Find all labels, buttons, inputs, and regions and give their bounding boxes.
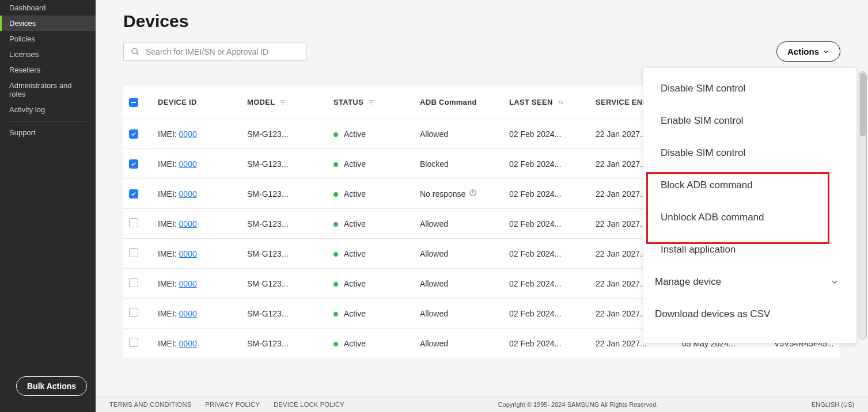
svg-point-0 <box>132 48 137 54</box>
svg-rect-2 <box>131 102 136 103</box>
device-id-cell: IMEI: 0000 <box>158 249 247 258</box>
last-seen-cell: 02 Feb 2024... <box>509 309 596 318</box>
model-cell: SM-G123... <box>247 279 333 288</box>
actions-button-label: Actions <box>787 47 819 56</box>
sort-icon[interactable] <box>558 99 564 106</box>
status-dot-icon <box>333 132 338 137</box>
imei-link[interactable]: 0000 <box>179 339 197 348</box>
info-icon[interactable] <box>469 189 477 197</box>
status-dot-icon <box>333 342 338 346</box>
col-last-seen[interactable]: LAST SEEN <box>509 98 596 106</box>
status-cell: Active <box>333 339 420 348</box>
model-cell: SM-G123... <box>247 129 333 139</box>
footer-privacy[interactable]: PRIVACY POLICY <box>205 401 260 408</box>
footer-copyright: Copyright © 1995- 2024 SAMSUNG All Right… <box>498 401 658 408</box>
col-status[interactable]: STATUS <box>333 98 420 106</box>
sidebar: Dashboard Devices Policies Licenses Rese… <box>0 0 96 412</box>
row-checkbox[interactable] <box>129 129 138 139</box>
row-checkbox[interactable] <box>129 248 138 257</box>
search-icon <box>131 47 140 56</box>
last-seen-cell: 02 Feb 2024... <box>509 189 596 199</box>
adb-cell: No response <box>420 189 509 199</box>
sidebar-item-dashboard[interactable]: Dashboard <box>0 0 96 16</box>
sidebar-item-administrators[interactable]: Administrators and roles <box>0 78 96 102</box>
device-id-cell: IMEI: 0000 <box>158 339 247 348</box>
search-box[interactable] <box>123 43 306 61</box>
dropdown-download-csv[interactable]: Download devices as CSV <box>643 298 856 330</box>
col-adb[interactable]: ADB Command <box>420 98 509 106</box>
status-dot-icon <box>333 192 338 197</box>
status-dot-icon <box>333 252 338 257</box>
sidebar-item-devices[interactable]: Devices <box>0 16 96 31</box>
last-seen-cell: 02 Feb 2024... <box>509 219 596 228</box>
sidebar-item-activity-log[interactable]: Activity log <box>0 102 96 117</box>
col-device-id[interactable]: DEVICE ID <box>158 98 247 106</box>
sidebar-item-support[interactable]: Support <box>0 125 96 140</box>
chevron-down-icon <box>822 48 829 55</box>
row-checkbox[interactable] <box>129 308 138 317</box>
dropdown-manage-device[interactable]: Manage device <box>643 266 856 298</box>
status-cell: Active <box>333 159 420 169</box>
status-cell: Active <box>333 279 420 288</box>
search-input[interactable] <box>146 47 299 56</box>
model-cell: SM-G123... <box>247 189 333 199</box>
dropdown-install-application[interactable]: Install application <box>643 234 856 266</box>
last-seen-cell: 02 Feb 2024... <box>509 249 596 258</box>
status-cell: Active <box>333 189 420 199</box>
device-id-cell: IMEI: 0000 <box>158 159 247 169</box>
adb-cell: Allowed <box>420 249 509 258</box>
device-id-cell: IMEI: 0000 <box>158 129 247 139</box>
footer: TERMS AND CONDITIONS PRIVACY POLICY DEVI… <box>96 396 868 412</box>
svg-point-11 <box>473 191 473 192</box>
last-seen-cell: 02 Feb 2024... <box>509 279 596 288</box>
select-all-checkbox[interactable] <box>129 98 138 107</box>
scrollbar-thumb[interactable] <box>860 73 866 136</box>
status-dot-icon <box>333 222 338 227</box>
sidebar-item-policies[interactable]: Policies <box>0 31 96 47</box>
chevron-down-icon <box>830 277 839 287</box>
footer-language[interactable]: ENGLISH (US) <box>812 401 854 408</box>
model-cell: SM-G123... <box>247 159 333 169</box>
bulk-actions-button[interactable]: Bulk Actions <box>16 376 87 396</box>
actions-button[interactable]: Actions <box>776 41 840 62</box>
status-cell: Active <box>333 249 420 258</box>
status-dot-icon <box>333 282 338 287</box>
row-checkbox[interactable] <box>129 189 138 199</box>
status-cell: Active <box>333 219 420 228</box>
last-seen-cell: 02 Feb 2024... <box>509 339 596 348</box>
row-checkbox[interactable] <box>129 278 138 287</box>
imei-link[interactable]: 0000 <box>179 309 197 318</box>
dropdown-disable-sim-1[interactable]: Disable SIM control <box>643 73 856 105</box>
footer-terms[interactable]: TERMS AND CONDITIONS <box>109 401 191 408</box>
last-seen-cell: 02 Feb 2024... <box>509 159 596 169</box>
sidebar-item-licenses[interactable]: Licenses <box>0 47 96 62</box>
model-cell: SM-G123... <box>247 309 333 318</box>
imei-link[interactable]: 0000 <box>179 219 197 228</box>
imei-link[interactable]: 0000 <box>179 159 197 169</box>
col-model[interactable]: MODEL <box>247 98 333 106</box>
dropdown-unblock-adb[interactable]: Unblock ADB command <box>643 201 856 234</box>
row-checkbox[interactable] <box>129 218 138 227</box>
imei-link[interactable]: 0000 <box>179 249 197 258</box>
adb-cell: Allowed <box>420 339 509 348</box>
toolbar: Actions <box>123 41 840 62</box>
device-id-cell: IMEI: 0000 <box>158 279 247 288</box>
row-checkbox[interactable] <box>129 159 138 169</box>
dropdown-disable-sim-2[interactable]: Disable SIM control <box>643 137 856 169</box>
imei-link[interactable]: 0000 <box>179 279 197 288</box>
status-cell: Active <box>333 129 420 139</box>
adb-cell: Allowed <box>420 129 509 139</box>
adb-cell: Allowed <box>420 309 509 318</box>
adb-cell: Allowed <box>420 219 509 228</box>
row-checkbox[interactable] <box>129 338 138 347</box>
filter-icon[interactable] <box>368 99 375 106</box>
dropdown-block-adb[interactable]: Block ADB command <box>643 169 856 201</box>
dropdown-scrollbar[interactable] <box>859 71 867 339</box>
footer-device-lock[interactable]: DEVICE LOCK POLICY <box>274 401 344 408</box>
dropdown-enable-sim[interactable]: Enable SIM control <box>643 105 856 137</box>
status-dot-icon <box>333 162 338 167</box>
filter-icon[interactable] <box>279 99 286 106</box>
imei-link[interactable]: 0000 <box>179 189 197 199</box>
sidebar-item-resellers[interactable]: Resellers <box>0 62 96 78</box>
imei-link[interactable]: 0000 <box>179 129 197 139</box>
